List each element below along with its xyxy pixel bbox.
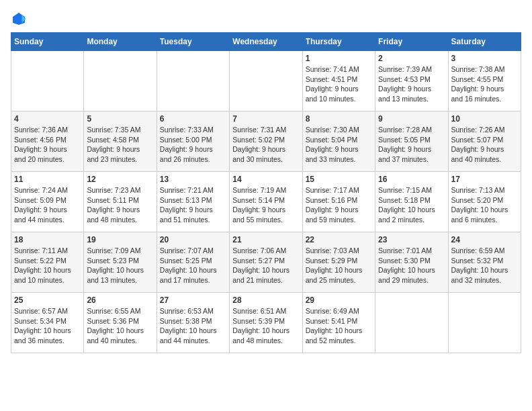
calendar-table: SundayMondayTuesdayWednesdayThursdayFrid… bbox=[11, 32, 521, 353]
day-cell: 23Sunrise: 7:01 AM Sunset: 5:30 PM Dayli… bbox=[375, 232, 448, 293]
day-cell: 9Sunrise: 7:28 AM Sunset: 5:05 PM Daylig… bbox=[375, 111, 448, 172]
day-cell bbox=[375, 293, 448, 353]
week-row-5: 25Sunrise: 6:57 AM Sunset: 5:34 PM Dayli… bbox=[11, 293, 521, 353]
day-cell: 29Sunrise: 6:49 AM Sunset: 5:41 PM Dayli… bbox=[302, 293, 375, 353]
week-row-1: 1Sunrise: 7:41 AM Sunset: 4:51 PM Daylig… bbox=[11, 51, 521, 111]
week-row-4: 18Sunrise: 7:11 AM Sunset: 5:22 PM Dayli… bbox=[11, 232, 521, 293]
day-info: Sunrise: 7:19 AM Sunset: 5:14 PM Dayligh… bbox=[232, 185, 299, 225]
day-cell: 13Sunrise: 7:21 AM Sunset: 5:13 PM Dayli… bbox=[157, 172, 229, 232]
day-cell bbox=[448, 293, 521, 353]
day-info: Sunrise: 7:21 AM Sunset: 5:13 PM Dayligh… bbox=[160, 185, 226, 225]
day-number: 22 bbox=[306, 235, 372, 244]
week-row-2: 4Sunrise: 7:36 AM Sunset: 4:56 PM Daylig… bbox=[11, 111, 521, 172]
day-cell: 24Sunrise: 6:59 AM Sunset: 5:32 PM Dayli… bbox=[448, 232, 521, 293]
day-number: 27 bbox=[160, 295, 226, 305]
header-cell-thursday: Thursday bbox=[302, 33, 375, 51]
day-number: 25 bbox=[14, 295, 81, 305]
day-cell: 15Sunrise: 7:17 AM Sunset: 5:16 PM Dayli… bbox=[302, 172, 375, 232]
day-info: Sunrise: 7:31 AM Sunset: 5:02 PM Dayligh… bbox=[232, 125, 299, 165]
day-number: 11 bbox=[14, 175, 81, 184]
day-number: 12 bbox=[87, 175, 153, 184]
day-cell bbox=[157, 51, 229, 111]
header-row: SundayMondayTuesdayWednesdayThursdayFrid… bbox=[11, 33, 521, 51]
day-cell: 2Sunrise: 7:39 AM Sunset: 4:53 PM Daylig… bbox=[375, 51, 448, 111]
day-cell: 17Sunrise: 7:13 AM Sunset: 5:20 PM Dayli… bbox=[448, 172, 521, 232]
day-info: Sunrise: 6:53 AM Sunset: 5:38 PM Dayligh… bbox=[160, 306, 226, 346]
day-number: 28 bbox=[232, 295, 299, 305]
day-number: 5 bbox=[87, 114, 153, 124]
day-info: Sunrise: 7:06 AM Sunset: 5:27 PM Dayligh… bbox=[232, 246, 299, 285]
day-number: 7 bbox=[232, 114, 299, 124]
day-info: Sunrise: 6:51 AM Sunset: 5:39 PM Dayligh… bbox=[232, 306, 299, 346]
day-number: 13 bbox=[160, 175, 226, 184]
day-cell: 12Sunrise: 7:23 AM Sunset: 5:11 PM Dayli… bbox=[84, 172, 157, 232]
day-info: Sunrise: 6:55 AM Sunset: 5:36 PM Dayligh… bbox=[87, 306, 153, 346]
day-info: Sunrise: 7:13 AM Sunset: 5:20 PM Dayligh… bbox=[451, 185, 518, 225]
day-number: 18 bbox=[14, 235, 81, 244]
day-number: 24 bbox=[451, 235, 518, 244]
day-cell: 6Sunrise: 7:33 AM Sunset: 5:00 PM Daylig… bbox=[157, 111, 229, 172]
day-cell: 18Sunrise: 7:11 AM Sunset: 5:22 PM Dayli… bbox=[11, 232, 84, 293]
day-number: 26 bbox=[87, 295, 153, 305]
day-number: 17 bbox=[451, 175, 518, 184]
day-number: 19 bbox=[87, 235, 153, 244]
day-info: Sunrise: 7:38 AM Sunset: 4:55 PM Dayligh… bbox=[451, 64, 518, 104]
day-number: 8 bbox=[306, 114, 372, 124]
day-number: 1 bbox=[306, 54, 372, 63]
day-info: Sunrise: 7:35 AM Sunset: 4:58 PM Dayligh… bbox=[87, 125, 153, 165]
day-cell bbox=[11, 51, 84, 111]
day-cell: 11Sunrise: 7:24 AM Sunset: 5:09 PM Dayli… bbox=[11, 172, 84, 232]
day-cell: 5Sunrise: 7:35 AM Sunset: 4:58 PM Daylig… bbox=[84, 111, 157, 172]
day-cell: 21Sunrise: 7:06 AM Sunset: 5:27 PM Dayli… bbox=[230, 232, 302, 293]
day-cell: 3Sunrise: 7:38 AM Sunset: 4:55 PM Daylig… bbox=[448, 51, 521, 111]
day-cell: 27Sunrise: 6:53 AM Sunset: 5:38 PM Dayli… bbox=[157, 293, 229, 353]
day-number: 29 bbox=[306, 295, 372, 305]
day-cell: 8Sunrise: 7:30 AM Sunset: 5:04 PM Daylig… bbox=[302, 111, 375, 172]
day-number: 14 bbox=[232, 175, 299, 184]
header-cell-monday: Monday bbox=[84, 33, 157, 51]
day-number: 21 bbox=[232, 235, 299, 244]
day-cell: 1Sunrise: 7:41 AM Sunset: 4:51 PM Daylig… bbox=[302, 51, 375, 111]
day-info: Sunrise: 7:36 AM Sunset: 4:56 PM Dayligh… bbox=[14, 125, 81, 165]
day-number: 2 bbox=[378, 54, 445, 63]
day-info: Sunrise: 7:11 AM Sunset: 5:22 PM Dayligh… bbox=[14, 246, 81, 285]
day-info: Sunrise: 6:59 AM Sunset: 5:32 PM Dayligh… bbox=[451, 246, 518, 285]
header-cell-saturday: Saturday bbox=[448, 33, 521, 51]
day-cell: 4Sunrise: 7:36 AM Sunset: 4:56 PM Daylig… bbox=[11, 111, 84, 172]
header-cell-wednesday: Wednesday bbox=[230, 33, 302, 51]
logo-icon bbox=[11, 11, 27, 27]
header bbox=[11, 11, 521, 27]
day-cell: 25Sunrise: 6:57 AM Sunset: 5:34 PM Dayli… bbox=[11, 293, 84, 353]
day-info: Sunrise: 7:26 AM Sunset: 5:07 PM Dayligh… bbox=[451, 125, 518, 165]
day-info: Sunrise: 7:17 AM Sunset: 5:16 PM Dayligh… bbox=[306, 185, 372, 225]
day-number: 3 bbox=[451, 54, 518, 63]
day-cell: 20Sunrise: 7:07 AM Sunset: 5:25 PM Dayli… bbox=[157, 232, 229, 293]
day-info: Sunrise: 7:15 AM Sunset: 5:18 PM Dayligh… bbox=[378, 185, 445, 225]
day-cell: 16Sunrise: 7:15 AM Sunset: 5:18 PM Dayli… bbox=[375, 172, 448, 232]
day-cell: 10Sunrise: 7:26 AM Sunset: 5:07 PM Dayli… bbox=[448, 111, 521, 172]
day-number: 4 bbox=[14, 114, 81, 124]
day-info: Sunrise: 7:33 AM Sunset: 5:00 PM Dayligh… bbox=[160, 125, 226, 165]
day-cell: 19Sunrise: 7:09 AM Sunset: 5:23 PM Dayli… bbox=[84, 232, 157, 293]
day-cell: 14Sunrise: 7:19 AM Sunset: 5:14 PM Dayli… bbox=[230, 172, 302, 232]
logo bbox=[11, 11, 30, 27]
day-info: Sunrise: 7:41 AM Sunset: 4:51 PM Dayligh… bbox=[306, 64, 372, 104]
day-info: Sunrise: 7:09 AM Sunset: 5:23 PM Dayligh… bbox=[87, 246, 153, 285]
day-number: 6 bbox=[160, 114, 226, 124]
day-number: 16 bbox=[378, 175, 445, 184]
day-info: Sunrise: 6:49 AM Sunset: 5:41 PM Dayligh… bbox=[306, 306, 372, 346]
day-cell bbox=[230, 51, 302, 111]
day-cell: 26Sunrise: 6:55 AM Sunset: 5:36 PM Dayli… bbox=[84, 293, 157, 353]
day-cell: 28Sunrise: 6:51 AM Sunset: 5:39 PM Dayli… bbox=[230, 293, 302, 353]
day-info: Sunrise: 7:24 AM Sunset: 5:09 PM Dayligh… bbox=[14, 185, 81, 225]
day-number: 10 bbox=[451, 114, 518, 124]
day-number: 15 bbox=[306, 175, 372, 184]
day-info: Sunrise: 7:30 AM Sunset: 5:04 PM Dayligh… bbox=[306, 125, 372, 165]
day-cell: 7Sunrise: 7:31 AM Sunset: 5:02 PM Daylig… bbox=[230, 111, 302, 172]
day-number: 23 bbox=[378, 235, 445, 244]
day-info: Sunrise: 7:01 AM Sunset: 5:30 PM Dayligh… bbox=[378, 246, 445, 285]
day-number: 9 bbox=[378, 114, 445, 124]
header-cell-tuesday: Tuesday bbox=[157, 33, 229, 51]
day-info: Sunrise: 7:23 AM Sunset: 5:11 PM Dayligh… bbox=[87, 185, 153, 225]
day-info: Sunrise: 6:57 AM Sunset: 5:34 PM Dayligh… bbox=[14, 306, 81, 346]
